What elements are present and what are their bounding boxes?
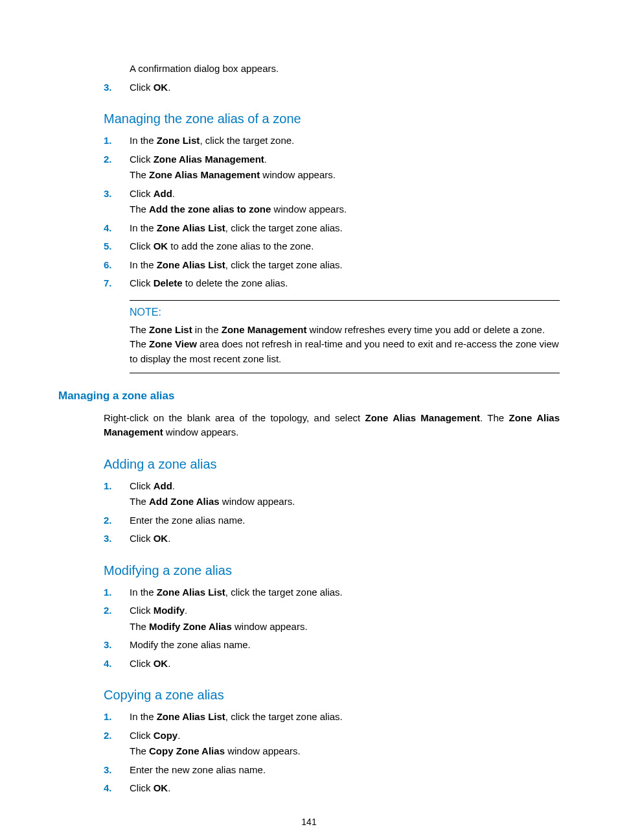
- list-number: 7.: [104, 276, 130, 291]
- list-text: Click Delete to delete the zone alias.: [130, 276, 560, 291]
- list-text: Click Copy.: [130, 729, 560, 743]
- heading-managing-zone-alias-of-zone: Managing the zone alias of a zone: [104, 109, 560, 128]
- page-container: A confirmation dialog box appears. 3. Cl…: [0, 0, 618, 840]
- list-number: 2.: [104, 603, 130, 618]
- list-item: 1. In the Zone Alias List, click the tar…: [104, 710, 560, 725]
- heading-adding-zone-alias: Adding a zone alias: [104, 454, 560, 474]
- list-item: 3. Click OK.: [104, 80, 560, 95]
- list-number: 4.: [104, 781, 130, 796]
- list-item: 6. In the Zone Alias List, click the tar…: [104, 258, 560, 273]
- list-text: Click OK.: [130, 657, 560, 671]
- list-item: 4. Click OK.: [104, 657, 560, 671]
- list-text: Click Modify.: [130, 603, 560, 618]
- paragraph-text: A confirmation dialog box appears.: [130, 62, 560, 76]
- list-text: Click Zone Alias Management.: [130, 152, 560, 167]
- list-text: Modify the zone alias name.: [130, 638, 560, 653]
- list-item: 4. In the Zone Alias List, click the tar…: [104, 221, 560, 236]
- sub-text: The Zone Alias Management window appears…: [130, 168, 560, 183]
- list-text: Click OK.: [130, 80, 560, 95]
- list-text: Click Add.: [130, 187, 560, 202]
- list-text: Enter the zone alias name.: [130, 513, 560, 528]
- note-title: NOTE:: [130, 305, 560, 320]
- list-item: 1. In the Zone List, click the target zo…: [104, 134, 560, 148]
- list-item: 3. Modify the zone alias name.: [104, 638, 560, 653]
- sub-text: The Add Zone Alias window appears.: [130, 495, 560, 509]
- list-text: Click OK.: [130, 781, 560, 796]
- sub-text: The Copy Zone Alias window appears.: [130, 744, 560, 759]
- list-item: 4. Click OK.: [104, 781, 560, 796]
- list-item: 3. Click Add.: [104, 187, 560, 202]
- sub-text: The Add the zone alias to zone window ap…: [130, 202, 560, 217]
- list-item: 3. Enter the new zone alias name.: [104, 763, 560, 778]
- list-text: In the Zone Alias List, click the target…: [130, 585, 560, 600]
- list-item: 2. Click Zone Alias Management.: [104, 152, 560, 167]
- list-number: 3.: [104, 531, 130, 546]
- list-text: In the Zone Alias List, click the target…: [130, 710, 560, 725]
- note-box: NOTE: The Zone List in the Zone Manageme…: [130, 300, 560, 374]
- list-number: 2.: [104, 513, 130, 528]
- sub-text: The Modify Zone Alias window appears.: [130, 620, 560, 635]
- list-number: 2.: [104, 152, 130, 167]
- paragraph-text: Right-click on the blank area of the top…: [104, 411, 560, 440]
- list-number: 1.: [104, 585, 130, 600]
- heading-modifying-zone-alias: Modifying a zone alias: [104, 561, 560, 580]
- list-number: 3.: [104, 763, 130, 778]
- list-text: In the Zone Alias List, click the target…: [130, 258, 560, 273]
- list-text: Click OK to add the zone alias to the zo…: [130, 239, 560, 254]
- list-text: Click OK.: [130, 531, 560, 546]
- list-text: Enter the new zone alias name.: [130, 763, 560, 778]
- list-item: 1. Click Add.: [104, 479, 560, 494]
- heading-managing-zone-alias: Managing a zone alias: [58, 388, 560, 404]
- note-body: The Zone List in the Zone Management win…: [130, 323, 560, 367]
- page-number: 141: [58, 815, 560, 829]
- list-number: 3.: [104, 80, 130, 95]
- list-number: 2.: [104, 729, 130, 743]
- list-number: 3.: [104, 187, 130, 202]
- list-text: In the Zone Alias List, click the target…: [130, 221, 560, 236]
- list-item: 3. Click OK.: [104, 531, 560, 546]
- list-number: 1.: [104, 710, 130, 725]
- list-number: 1.: [104, 479, 130, 494]
- list-item: 2. Click Copy.: [104, 729, 560, 743]
- list-item: 7. Click Delete to delete the zone alias…: [104, 276, 560, 291]
- list-number: 4.: [104, 221, 130, 236]
- list-item: 5. Click OK to add the zone alias to the…: [104, 239, 560, 254]
- list-number: 5.: [104, 239, 130, 254]
- list-item: 1. In the Zone Alias List, click the tar…: [104, 585, 560, 600]
- list-item: 2. Enter the zone alias name.: [104, 513, 560, 528]
- list-number: 3.: [104, 638, 130, 653]
- list-number: 4.: [104, 657, 130, 671]
- list-item: 2. Click Modify.: [104, 603, 560, 618]
- list-number: 1.: [104, 134, 130, 148]
- heading-copying-zone-alias: Copying a zone alias: [104, 685, 560, 705]
- list-text: In the Zone List, click the target zone.: [130, 134, 560, 148]
- list-text: Click Add.: [130, 479, 560, 494]
- list-number: 6.: [104, 258, 130, 273]
